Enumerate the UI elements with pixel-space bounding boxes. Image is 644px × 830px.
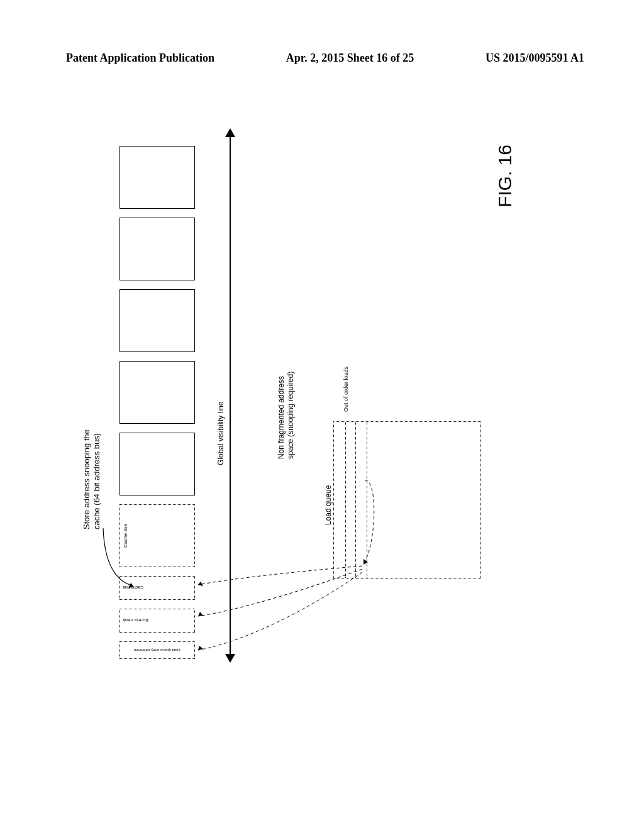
figure-rotated: Store address snooping the cache (64 bit… [82,119,535,667]
cache-block-1 [119,433,195,495]
load-queue-row [345,422,346,578]
header-left: Patent Application Publication [66,52,214,65]
global-visibility-line [230,132,231,659]
cache-block-2 [119,361,195,424]
figure-label: FIG. 16 [494,145,516,208]
access-mask-label: Access mask [123,619,148,623]
load-queue-ref-box: Load queue entry reference [119,641,195,659]
cache-line-label: Cache line [123,524,128,548]
load-queue-row [367,422,367,578]
load-queue-title: Load queue [324,485,333,525]
cache-line-box: Cache line [119,504,195,567]
page-header: Patent Application Publication Apr. 2, 2… [66,52,584,65]
cache-blocks-row: Load queue entry reference Access mask C… [119,127,195,659]
non-fragmented-label: Non fragmented address space (snooping r… [277,372,296,459]
snoop-label-line2: cache (64 bit address bus) [92,433,101,529]
load-queue-row [355,422,356,578]
cache-block-4 [119,218,195,280]
cache-line-small-box: Cache line [119,576,195,600]
header-right: US 2015/0095591 A1 [486,52,584,65]
page: Patent Application Publication Apr. 2, 2… [0,0,644,830]
figure-area: Store address snooping the cache (64 bit… [82,119,535,667]
global-visibility-label: Global visibility line [216,402,225,465]
gv-arrow-right-icon [225,128,235,137]
out-of-order-loads-label: Out of order loads [343,367,349,412]
nf-line2: space (snooping required) [286,372,295,459]
snoop-address-label: Store address snooping the cache (64 bit… [82,429,101,529]
load-queue-ref-label: Load queue entry reference [134,648,180,652]
access-mask-box: Access mask [119,609,195,633]
nf-line1: Non fragmented address [277,376,286,459]
snoop-label-line1: Store address snooping the [82,429,91,529]
cache-line-small-label: Cache line [123,586,143,590]
header-center: Apr. 2, 2015 Sheet 16 of 25 [286,52,414,65]
cache-block-3 [119,289,195,352]
cache-block-5 [119,146,195,209]
load-queue-box [333,421,481,578]
